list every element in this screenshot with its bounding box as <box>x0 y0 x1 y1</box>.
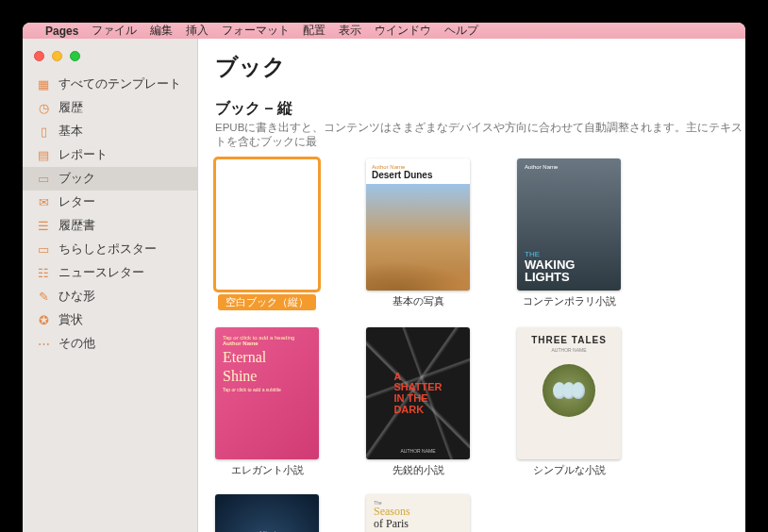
template-item[interactable]: 空白ブック（縦） <box>215 158 319 310</box>
section-title: ブック – 縦 <box>215 99 745 119</box>
sidebar-item-0[interactable]: ▦すべてのテンプレート <box>23 73 197 96</box>
template-cover: THREE TALESAUTHOR NAME <box>517 327 621 459</box>
template-label: 空白ブック（縦） <box>218 294 316 310</box>
fullscreen-window-button[interactable] <box>70 51 80 61</box>
sidebar-item-5[interactable]: ✉レター <box>23 191 197 214</box>
sidebar-item-label: 履歴 <box>58 100 83 116</box>
sidebar-item-1[interactable]: ◷履歴 <box>23 96 197 120</box>
window-controls <box>34 51 80 61</box>
envelope-icon: ✉ <box>36 195 51 210</box>
template-cover <box>215 158 319 291</box>
sidebar-item-label: 履歴書 <box>58 218 95 234</box>
template-label: エレガント小説 <box>231 463 304 477</box>
sidebar-item-11[interactable]: ⋯その他 <box>23 332 197 356</box>
sidebar-item-3[interactable]: ▤レポート <box>23 143 197 167</box>
sidebar-item-4[interactable]: ▭ブック <box>23 167 197 191</box>
menu-format[interactable]: フォーマット <box>222 23 290 39</box>
stationery-icon: ✎ <box>36 290 51 305</box>
sidebar-item-label: すべてのテンプレート <box>58 76 181 92</box>
template-cover: TheSeasonsof ParisAuthor Name <box>366 494 470 532</box>
template-label: 基本の写真 <box>392 294 444 308</box>
template-cover: A NovelSTORIESOF THENIGHT SKYAUTHOR NAME <box>215 494 319 532</box>
screen: Pages ファイル 編集 挿入 フォーマット 配置 表示 ウインドウ ヘルプ … <box>23 23 745 532</box>
template-item[interactable]: Tap or click to add a headingAuthor Name… <box>215 327 319 477</box>
sidebar-item-label: ひな形 <box>58 289 95 305</box>
sidebar-item-label: 賞状 <box>58 312 83 328</box>
flyer-icon: ▭ <box>36 242 51 258</box>
section-description: EPUBに書き出すと、コンテンツはさまざまなデバイスや方向に合わせて自動調整され… <box>215 121 745 149</box>
sidebar-item-6[interactable]: ☰履歴書 <box>23 214 197 238</box>
template-chooser-window: ▦すべてのテンプレート◷履歴▯基本▤レポート▭ブック✉レター☰履歴書▭ちらしとポ… <box>23 39 745 532</box>
sidebar-item-label: レター <box>58 194 95 210</box>
book-icon: ▭ <box>36 172 51 187</box>
app-name-menu[interactable]: Pages <box>45 25 78 38</box>
template-label: コンテンポラリ小説 <box>523 294 616 308</box>
close-window-button[interactable] <box>34 51 44 61</box>
device-frame: Pages ファイル 編集 挿入 フォーマット 配置 表示 ウインドウ ヘルプ … <box>0 0 768 532</box>
sidebar-item-label: ちらしとポスター <box>58 241 157 258</box>
sidebar-item-label: ニュースレター <box>58 265 144 281</box>
template-cover: ASHATTERIN THEDARKAUTHOR NAME <box>366 327 470 459</box>
template-item[interactable]: Author NameDesert Dunes基本の写真 <box>366 158 470 310</box>
report-icon: ▤ <box>36 148 51 163</box>
sidebar-item-8[interactable]: ☷ニュースレター <box>23 261 197 285</box>
menu-view[interactable]: 表示 <box>339 23 361 39</box>
resume-icon: ☰ <box>36 219 51 234</box>
menu-insert[interactable]: 挿入 <box>186 23 209 39</box>
sidebar-item-9[interactable]: ✎ひな形 <box>23 285 197 308</box>
menu-file[interactable]: ファイル <box>92 23 137 39</box>
newsletter-icon: ☷ <box>36 266 51 281</box>
sidebar-item-10[interactable]: ✪賞状 <box>23 308 197 332</box>
sidebar-item-label: 基本 <box>58 124 83 140</box>
clock-icon: ◷ <box>36 101 51 116</box>
template-grid: 空白ブック（縦）Author NameDesert Dunes基本の写真Auth… <box>215 158 745 532</box>
minimize-window-button[interactable] <box>52 51 62 61</box>
menu-arrange[interactable]: 配置 <box>303 23 326 39</box>
menu-help[interactable]: ヘルプ <box>444 23 478 39</box>
template-cover: Tap or click to add a headingAuthor Name… <box>215 327 319 459</box>
template-label: 先鋭的小説 <box>392 463 444 477</box>
doc-icon: ▯ <box>36 125 51 140</box>
template-cover: Author NameDesert Dunes <box>366 158 470 291</box>
menubar: Pages ファイル 編集 挿入 フォーマット 配置 表示 ウインドウ ヘルプ <box>23 23 745 39</box>
menu-edit[interactable]: 編集 <box>150 23 173 39</box>
sidebar-item-7[interactable]: ▭ちらしとポスター <box>23 238 197 261</box>
sidebar-item-label: レポート <box>58 147 108 163</box>
template-item[interactable]: TheSeasonsof ParisAuthor Name伝統的な小説 <box>366 494 470 532</box>
sidebar-item-label: ブック <box>58 171 95 187</box>
other-icon: ⋯ <box>36 337 51 352</box>
template-item[interactable]: Author NameTHEWAKINGLIGHTSコンテンポラリ小説 <box>517 158 621 310</box>
sidebar-item-label: その他 <box>58 336 95 352</box>
main-content: ブック ブック – 縦 EPUBに書き出すと、コンテンツはさまざまなデバイスや方… <box>198 39 745 532</box>
sidebar: ▦すべてのテンプレート◷履歴▯基本▤レポート▭ブック✉レター☰履歴書▭ちらしとポ… <box>23 39 198 532</box>
menu-window[interactable]: ウインドウ <box>375 23 431 39</box>
grid-icon: ▦ <box>36 77 51 92</box>
page-title: ブック <box>215 52 745 82</box>
certificate-icon: ✪ <box>36 313 51 328</box>
sidebar-item-2[interactable]: ▯基本 <box>23 120 197 143</box>
template-label: シンプルな小説 <box>533 463 606 477</box>
template-item[interactable]: THREE TALESAUTHOR NAMEシンプルな小説 <box>517 327 621 477</box>
template-item[interactable]: ASHATTERIN THEDARKAUTHOR NAME先鋭的小説 <box>366 327 470 477</box>
template-item[interactable]: A NovelSTORIESOF THENIGHT SKYAUTHOR NAME… <box>215 494 319 532</box>
template-cover: Author NameTHEWAKINGLIGHTS <box>517 158 621 291</box>
